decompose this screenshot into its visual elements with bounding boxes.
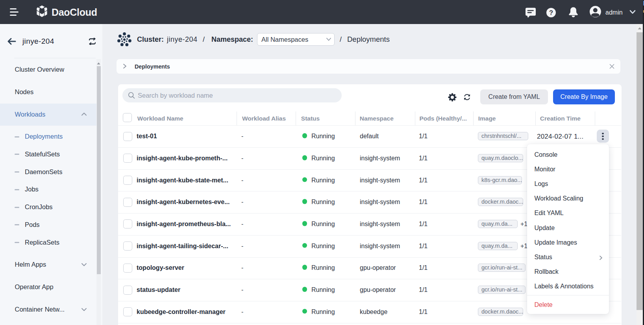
- svg-text:?: ?: [549, 9, 553, 16]
